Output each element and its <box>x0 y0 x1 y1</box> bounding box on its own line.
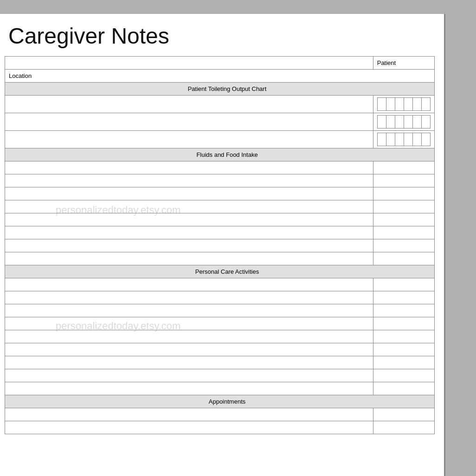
appointments-section-header: Appointments <box>5 395 435 408</box>
personal-care-row-9 <box>5 382 435 395</box>
patient-row: Patient <box>5 57 435 70</box>
fluids-row-7 <box>5 239 435 252</box>
toileting-grid-row-2 <box>5 113 435 131</box>
toileting-grid-row-3 <box>5 131 435 148</box>
fluids-section-header: Fluids and Food Intake <box>5 148 435 161</box>
personal-care-row-6 <box>5 343 435 356</box>
personal-care-row-8 <box>5 369 435 382</box>
toileting-cell <box>5 113 373 131</box>
patient-spacer-cell <box>5 57 373 70</box>
patient-label-cell: Patient <box>373 57 434 70</box>
appointments-row-2 <box>5 421 435 434</box>
caregiver-notes-table: Patient Location Patient Toileting Outpu… <box>5 56 435 434</box>
personal-care-header-row: Personal Care Activities <box>5 265 435 278</box>
fluids-row-4 <box>5 200 435 213</box>
personal-care-row-2 <box>5 291 435 304</box>
personal-care-row-3 <box>5 304 435 317</box>
fluids-header-row: Fluids and Food Intake <box>5 148 435 161</box>
appointments-header-row: Appointments <box>5 395 435 408</box>
personal-care-section-header: Personal Care Activities <box>5 265 435 278</box>
location-row: Location <box>5 70 435 83</box>
toileting-header-row: Patient Toileting Output Chart <box>5 83 435 96</box>
fluids-row-1 <box>5 161 435 174</box>
fluids-row-5 <box>5 213 435 226</box>
appointments-row-1 <box>5 408 435 421</box>
page-container: Caregiver Notes Patient Location Patient… <box>0 14 445 476</box>
fluids-row-8 <box>5 252 435 265</box>
personal-care-row-5 <box>5 330 435 343</box>
toileting-cell <box>373 113 434 131</box>
toileting-cell <box>5 96 373 113</box>
toileting-cell <box>373 96 434 113</box>
location-label-cell: Location <box>5 70 435 83</box>
personal-care-row-7 <box>5 356 435 369</box>
toileting-section-header: Patient Toileting Output Chart <box>5 83 435 96</box>
fluids-row-2 <box>5 174 435 187</box>
toileting-grid-row-1 <box>5 96 435 113</box>
personal-care-row-1 <box>5 278 435 291</box>
fluids-row-3 <box>5 187 435 200</box>
page-title: Caregiver Notes <box>5 23 435 49</box>
personal-care-row-4 <box>5 317 435 330</box>
toileting-cell <box>373 131 434 148</box>
toileting-cell <box>5 131 373 148</box>
fluids-row-6 <box>5 226 435 239</box>
